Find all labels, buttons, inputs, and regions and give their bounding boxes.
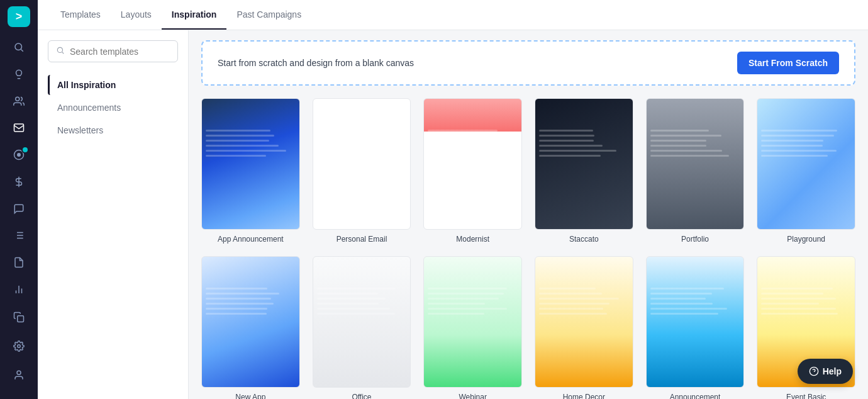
sidebar-icon-circle[interactable] (6, 143, 31, 167)
template-grid: App AnnouncementPersonal EmailModernistS… (201, 98, 855, 399)
svg-rect-3 (14, 124, 24, 132)
template-card-staccato[interactable]: Staccato (535, 98, 633, 244)
template-card-playground[interactable]: Playground (757, 98, 855, 244)
template-card-personal-email[interactable]: Personal Email (313, 98, 411, 244)
sidebar: > (0, 0, 38, 399)
sidebar-icon-user[interactable] (6, 362, 31, 388)
template-card-new-app[interactable]: New App (201, 256, 300, 399)
sidebar-icon-lightbulb[interactable] (6, 63, 31, 86)
template-label: Playground (787, 235, 825, 244)
sidebar-icon-search[interactable] (6, 36, 31, 59)
svg-point-19 (57, 47, 62, 52)
template-label: Staccato (569, 235, 599, 244)
svg-point-0 (15, 43, 22, 50)
tab-layouts[interactable]: Layouts (111, 1, 162, 30)
sidebar-icon-chat[interactable] (6, 197, 31, 220)
scratch-banner-text: Start from scratch and design from a bla… (218, 58, 414, 68)
help-label: Help (823, 366, 842, 376)
svg-line-1 (21, 50, 23, 52)
template-label: Webinar (459, 393, 486, 399)
template-label: New App (235, 393, 265, 399)
template-card-office[interactable]: Office (313, 256, 411, 399)
sidebar-icon-document[interactable] (6, 251, 31, 274)
filter-announcements[interactable]: Announcements (48, 98, 178, 118)
template-label: Event Basic (786, 393, 826, 399)
template-label: Modernist (456, 235, 489, 244)
template-card-announcement[interactable]: Announcement (646, 256, 745, 399)
search-input[interactable] (70, 47, 170, 57)
template-label: Announcement (670, 393, 721, 399)
sidebar-icon-chart[interactable] (6, 278, 31, 301)
template-card-webinar[interactable]: Webinar (423, 256, 522, 399)
template-label: Portfolio (681, 235, 709, 244)
template-thumb (201, 256, 300, 388)
template-label: Office (352, 393, 371, 399)
template-thumb (201, 98, 300, 230)
sidebar-icon-users[interactable] (6, 89, 31, 113)
template-thumb (535, 256, 633, 388)
template-thumb (423, 256, 522, 388)
template-label: App Announcement (218, 235, 284, 244)
template-card-home-decor[interactable]: Home Decor (535, 256, 633, 399)
svg-point-17 (18, 345, 21, 348)
content-area: All Inspiration Announcements Newsletter… (38, 30, 868, 399)
template-card-portfolio[interactable]: Portfolio (646, 98, 745, 244)
svg-rect-16 (18, 316, 24, 322)
grid-area: Start from scratch and design from a bla… (189, 30, 868, 399)
scratch-banner: Start from scratch and design from a bla… (201, 40, 855, 86)
filter-section: All Inspiration Announcements Newsletter… (48, 75, 178, 140)
help-button[interactable]: Help (798, 359, 853, 384)
sidebar-icon-mail[interactable] (6, 116, 31, 140)
main-content: Templates Layouts Inspiration Past Campa… (38, 0, 868, 399)
filter-all-inspiration[interactable]: All Inspiration (48, 75, 178, 95)
svg-point-18 (17, 371, 21, 374)
svg-point-2 (16, 97, 19, 101)
sidebar-icon-settings[interactable] (6, 334, 31, 359)
template-card-app-announcement[interactable]: App Announcement (201, 98, 300, 244)
left-panel: All Inspiration Announcements Newsletter… (38, 30, 189, 399)
template-thumb (313, 98, 411, 230)
template-thumb (535, 98, 633, 230)
template-thumb (423, 98, 522, 230)
svg-point-5 (18, 154, 21, 157)
template-thumb (646, 98, 745, 230)
tab-inspiration[interactable]: Inspiration (162, 1, 227, 30)
template-label: Personal Email (337, 235, 387, 244)
template-label: Home Decor (563, 393, 605, 399)
logo[interactable]: > (8, 6, 30, 27)
sidebar-icon-list[interactable] (6, 224, 31, 247)
sidebar-icon-copy[interactable] (6, 305, 31, 330)
template-thumb (757, 98, 855, 230)
notification-badge (21, 146, 29, 154)
search-box[interactable] (48, 40, 178, 62)
filter-newsletters[interactable]: Newsletters (48, 120, 178, 140)
topnav: Templates Layouts Inspiration Past Campa… (38, 0, 868, 30)
svg-line-20 (62, 52, 64, 54)
tab-templates[interactable]: Templates (50, 1, 111, 30)
template-thumb (646, 256, 745, 388)
tab-past-campaigns[interactable]: Past Campaigns (226, 1, 311, 30)
sidebar-icon-dollar[interactable] (6, 171, 31, 194)
template-card-modernist[interactable]: Modernist (423, 98, 522, 244)
search-icon (56, 46, 65, 57)
template-thumb (313, 256, 411, 388)
start-from-scratch-button[interactable]: Start From Scratch (737, 52, 839, 74)
